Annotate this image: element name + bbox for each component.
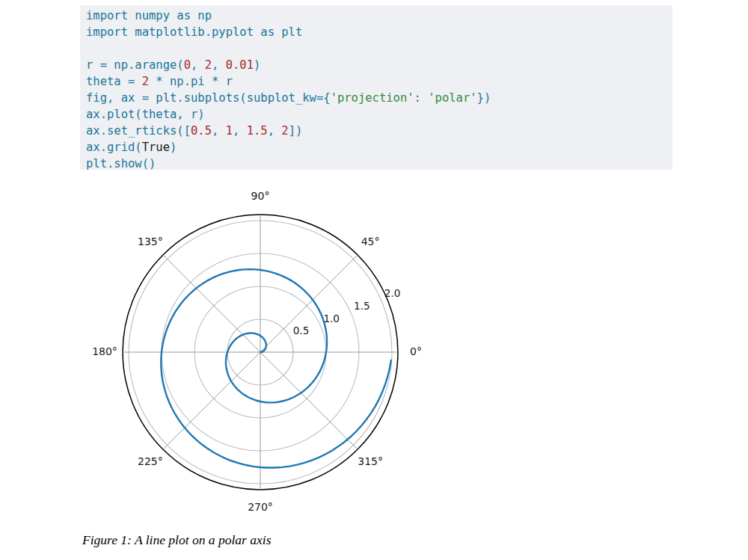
code-line: import matplotlib.pyplot as plt (86, 24, 666, 40)
code-token: fig, ax = plt.subplots(subplot_kw={ (86, 91, 331, 105)
code-token: 1.5 (247, 124, 268, 138)
code-token: theta = (86, 75, 142, 88)
code-token: , (191, 58, 205, 72)
code-line: ax.plot(theta, r) (86, 106, 666, 123)
code-token: 0.5 (191, 124, 212, 138)
polar-figure: 0°45°90°135°180°225°270°315°0.51.01.52.0 (73, 183, 462, 527)
code-token: , (233, 124, 247, 138)
code-token: ]) (289, 124, 303, 138)
code-token: , (212, 124, 226, 138)
code-token: 2 (205, 58, 212, 72)
code-token: 'projection' (331, 91, 414, 105)
code-token: * np.pi * r (149, 75, 233, 88)
code-token: ) (170, 141, 177, 154)
figure-caption: Figure 1: A line plot on a polar axis (82, 532, 271, 548)
code-token: plt.show() (86, 157, 156, 170)
code-token: ax.set_rticks([ (86, 124, 191, 138)
code-line: theta = 2 * np.pi * r (86, 73, 666, 90)
theta-tick-label: 90° (251, 190, 270, 202)
r-tick-label: 2.0 (384, 287, 400, 299)
code-token: 0 (184, 58, 191, 72)
code-token: ax.plot(theta, r) (86, 108, 205, 121)
theta-tick-label: 135° (138, 236, 163, 247)
code-token: r = np.arange( (86, 58, 184, 72)
theta-tick-label: 315° (358, 455, 383, 467)
code-token: 2 (142, 75, 149, 88)
code-token: import numpy as np (86, 9, 212, 22)
theta-tick-label: 0° (410, 345, 422, 357)
code-token: }) (477, 91, 491, 105)
theta-tick-label: 45° (361, 236, 380, 247)
code-block: import numpy as npimport matplotlib.pypl… (80, 5, 672, 170)
r-tick-label: 1.0 (323, 313, 339, 324)
r-tick-label: 1.5 (354, 300, 370, 312)
code-token: , (212, 58, 226, 72)
theta-tick-label: 270° (248, 501, 273, 513)
code-line (86, 40, 666, 57)
figure-1: 0°45°90°135°180°225°270°315°0.51.01.52.0 (73, 183, 462, 527)
code-token: ax.grid( (86, 141, 142, 154)
code-token: , (268, 124, 282, 138)
code-token: 'polar' (428, 91, 476, 105)
code-token: 2 (281, 124, 288, 138)
code-token: 1 (226, 124, 233, 138)
theta-tick-label: 180° (92, 345, 117, 357)
code-line: plt.show() (86, 156, 666, 172)
code-line: import numpy as np (86, 7, 666, 24)
r-tick-label: 0.5 (293, 324, 309, 336)
code-token: import matplotlib.pyplot as plt (86, 25, 302, 39)
code-line: r = np.arange(0, 2, 0.01) (86, 57, 666, 73)
code-line: ax.grid(True) (86, 139, 666, 156)
code-token: : (414, 91, 429, 105)
code-line: fig, ax = plt.subplots(subplot_kw={'proj… (86, 90, 666, 106)
code-lines: import numpy as npimport matplotlib.pypl… (86, 7, 666, 172)
code-token: ) (254, 58, 260, 72)
code-token: True (142, 141, 170, 154)
code-token: 0.01 (226, 58, 254, 72)
code-line: ax.set_rticks([0.5, 1, 1.5, 2]) (86, 123, 666, 139)
theta-tick-label: 225° (138, 455, 163, 467)
